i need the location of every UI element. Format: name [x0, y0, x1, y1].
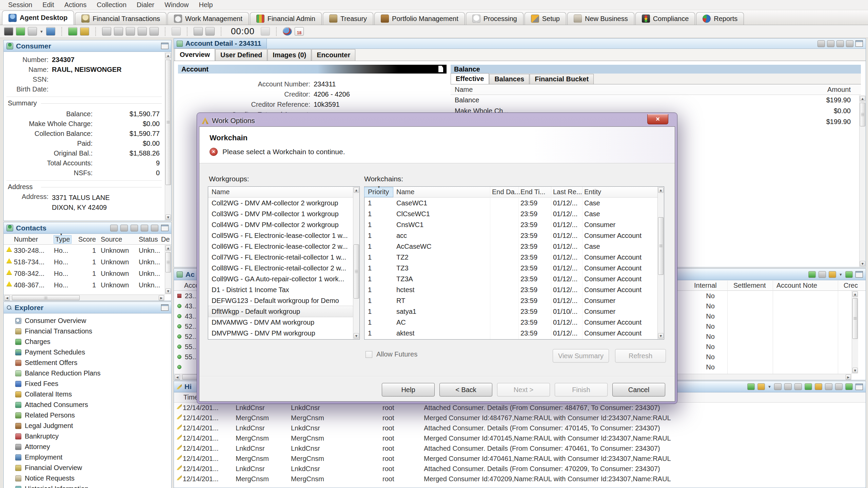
- explorer-item[interactable]: Consumer Overview: [15, 316, 171, 326]
- explorer-item[interactable]: Settlement Offers: [15, 358, 171, 368]
- workchain-row[interactable]: 1 RT 23:59 01/12/... Consumer: [364, 295, 657, 306]
- module-tab[interactable]: Setup: [525, 12, 566, 25]
- column-type[interactable]: Type: [54, 236, 71, 243]
- refresh-icon[interactable]: [845, 383, 853, 390]
- workchain-row[interactable]: 1 CaseWC1 23:59 01/12/... Case: [364, 198, 657, 208]
- maximize-icon[interactable]: [855, 384, 863, 390]
- module-tab[interactable]: Portfolio Management: [374, 12, 465, 25]
- next-button[interactable]: Next >: [497, 383, 550, 396]
- scroll-up-icon[interactable]: ▲: [658, 187, 664, 193]
- maximize-icon[interactable]: [161, 304, 169, 311]
- scroll-down-icon[interactable]: ▼: [658, 333, 664, 339]
- column-settlement[interactable]: Settlement: [733, 282, 766, 289]
- cancel-button[interactable]: Cancel: [612, 383, 665, 396]
- workgroup-item[interactable]: DMVAMWG - DMV AM workgroup: [208, 317, 353, 328]
- workchains-column-header[interactable]: Priority ▼ Name End Da... End Ti... Last…: [364, 187, 664, 198]
- scroll-up-icon[interactable]: ▲: [852, 291, 858, 297]
- maximize-icon[interactable]: [161, 43, 169, 49]
- explorer-item[interactable]: Fixed Fees: [15, 379, 171, 389]
- scroll-down-icon[interactable]: ▼: [165, 215, 171, 220]
- maximize-icon[interactable]: [855, 271, 863, 278]
- explorer-item[interactable]: Payment Schedules: [15, 347, 171, 358]
- contacts-hscrollbar[interactable]: ◄ ►: [4, 294, 165, 301]
- org-case-icon[interactable]: [126, 27, 135, 36]
- column-name[interactable]: Name: [396, 188, 414, 196]
- workgroup-item[interactable]: D1 - District 1 Income Tax: [208, 284, 353, 295]
- menu-item[interactable]: Window: [160, 1, 193, 9]
- workchain-row[interactable]: 1 aktest 23:59 01/12/... Consumer Accoun…: [364, 328, 657, 339]
- scroll-right-icon[interactable]: ►: [846, 374, 851, 380]
- workchain-row[interactable]: 1 ClCseWC1 23:59 01/12/... Case: [364, 208, 657, 219]
- filter-icon[interactable]: [757, 383, 765, 390]
- explorer-item[interactable]: Notice Requests: [15, 473, 171, 484]
- column-internal[interactable]: Internal: [694, 282, 717, 289]
- phone-note-icon[interactable]: [151, 225, 158, 231]
- balance-tab[interactable]: Financial Bucket: [530, 74, 594, 84]
- history-row[interactable]: 12/14/201... MergCnsm MergCnsm root Merg…: [174, 413, 866, 423]
- calendar-icon[interactable]: 18: [295, 27, 304, 36]
- history-row[interactable]: 12/14/201... MergCnsm MergCnsm root Merg…: [174, 433, 866, 443]
- explorer-item[interactable]: Attached Consumers: [15, 400, 171, 410]
- workchain-row[interactable]: 1 TZ3A 23:59 01/12/... Consumer Account: [364, 273, 657, 284]
- refresh-button[interactable]: Refresh: [615, 349, 666, 363]
- column-end-time[interactable]: End Ti...: [520, 188, 545, 196]
- explorer-item[interactable]: Historical Information: [15, 484, 171, 488]
- print-icon[interactable]: [835, 383, 843, 390]
- globe-icon[interactable]: [283, 27, 292, 36]
- org-creditor-icon[interactable]: [138, 27, 147, 36]
- scroll-down-icon[interactable]: ▼: [860, 261, 865, 266]
- workchain-row[interactable]: 1 AcCaseWC 23:59 01/12/... Case: [364, 241, 657, 252]
- column-last-run[interactable]: Last Re...: [553, 188, 582, 196]
- explorer-item[interactable]: Collateral Items: [15, 389, 171, 400]
- scroll-up-icon[interactable]: ▲: [165, 53, 171, 58]
- workgroup-item[interactable]: DMVPMWG - DMV PM workgroup: [208, 328, 353, 339]
- workgroup-item[interactable]: Coll5WG - FL Electronic-lease-collector …: [208, 230, 353, 241]
- workchain-row[interactable]: 1 TZ3 23:59 01/12/... Consumer Account: [364, 263, 657, 273]
- module-tab[interactable]: Treasury: [323, 12, 373, 25]
- add-item-icon[interactable]: [808, 271, 816, 278]
- workgroup-item[interactable]: DEFWG123 - Default workgroup for Demo: [208, 295, 353, 306]
- phone-pickup-icon[interactable]: [194, 27, 203, 36]
- workgroup-item[interactable]: Coll6WG - FL Electronic-lease-collector …: [208, 241, 353, 252]
- balance-tab[interactable]: Effective: [451, 73, 489, 84]
- explorer-item[interactable]: Financial Transactions: [15, 326, 171, 337]
- maximize-icon[interactable]: [161, 225, 169, 231]
- scroll-left-icon[interactable]: ◄: [175, 374, 180, 380]
- contact-row[interactable]: 518-734... Ho... 1 Unknown Unkn...: [4, 256, 165, 268]
- column-creditor[interactable]: Crec: [844, 282, 858, 289]
- scroll-up-icon[interactable]: ▲: [165, 245, 171, 251]
- history-row[interactable]: 12/14/201... MergCnsm MergCnsm root Merg…: [174, 453, 866, 464]
- undo-icon[interactable]: [805, 383, 812, 390]
- batch-icon[interactable]: [80, 27, 89, 36]
- menu-item[interactable]: Collection: [92, 1, 131, 9]
- column-account-note[interactable]: Account Note: [776, 282, 817, 289]
- workgroup-item[interactable]: Coll9WG - GA Auto-repair-collector 1 wor…: [208, 273, 353, 284]
- maximize-icon[interactable]: [855, 40, 863, 47]
- phone-remove-icon[interactable]: [120, 225, 128, 231]
- grid-icon[interactable]: [846, 40, 853, 47]
- chevron-down-icon[interactable]: ▼: [768, 385, 771, 389]
- scroll-up-icon[interactable]: ▲: [354, 187, 359, 193]
- explorer-item[interactable]: Charges: [15, 337, 171, 347]
- balance-row[interactable]: Balance $199.90: [451, 95, 861, 106]
- explorer-item[interactable]: Attorney: [15, 442, 171, 452]
- account-detail-tab[interactable]: User Defined: [215, 49, 267, 61]
- scroll-bottom-icon[interactable]: [784, 383, 792, 390]
- go-icon[interactable]: [16, 27, 25, 36]
- history-row[interactable]: 12/14/201... LnkdCnsr LnkdCnsr root Atta…: [174, 464, 866, 474]
- close-icon[interactable]: ×: [647, 114, 668, 124]
- scroll-left-icon[interactable]: ◄: [4, 295, 10, 301]
- refresh-icon[interactable]: [845, 271, 853, 278]
- finish-button[interactable]: Finish: [555, 383, 608, 396]
- workgroup-item[interactable]: Coll4WG - DMV PM-collector 2 workgroup: [208, 219, 353, 230]
- column-details[interactable]: De: [161, 236, 170, 243]
- module-tab[interactable]: Processing: [466, 12, 524, 25]
- account-detail-tab[interactable]: Images (0): [268, 49, 311, 61]
- scroll-down-icon[interactable]: ▼: [852, 368, 858, 373]
- module-tab[interactable]: Work Management: [167, 12, 249, 25]
- scroll-top-icon[interactable]: [774, 383, 782, 390]
- search-icon[interactable]: [794, 383, 802, 390]
- workchain-row[interactable]: 1 TZ2 23:59 01/12/... Consumer Account: [364, 252, 657, 263]
- explorer-item[interactable]: Legal Judgment: [15, 421, 171, 431]
- export-icon[interactable]: [818, 271, 826, 278]
